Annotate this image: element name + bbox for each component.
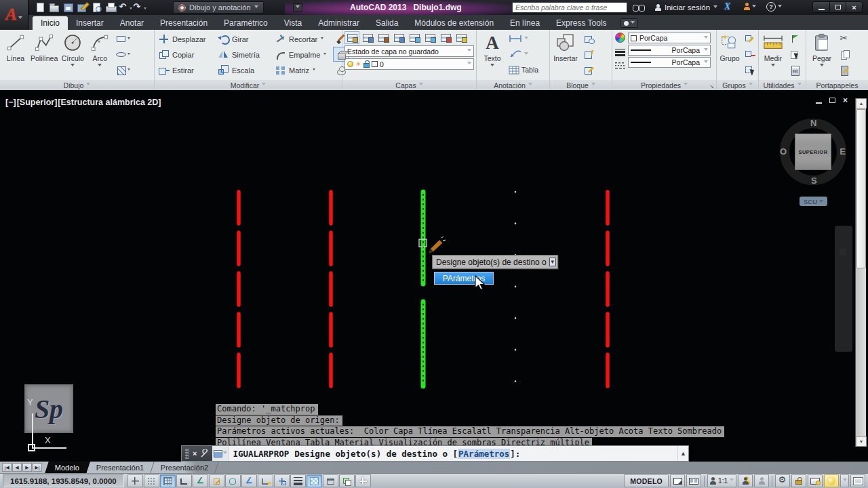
tool-simetría[interactable]: Simetría (216, 49, 273, 60)
linetype-dropdown[interactable]: PorCapa (628, 57, 711, 68)
communication-center-button[interactable] (743, 3, 756, 11)
tool-recortar[interactable]: Recortar (273, 34, 332, 44)
layer-walk-button[interactable] (391, 31, 406, 44)
tool-tabla[interactable]: Tabla (509, 62, 538, 77)
tool-medir[interactable]: Medir (761, 31, 785, 69)
tool-círculo[interactable]: Círculo (59, 31, 86, 69)
tab-salida[interactable]: Salida (368, 16, 406, 30)
tool-empalme[interactable]: Empalme (273, 49, 332, 60)
plot-preview-button[interactable] (90, 1, 104, 14)
tool-insertar[interactable]: Insertar (552, 31, 579, 63)
coordinates-display[interactable]: 1615.9188, 1935.8549, 0.0000 (3, 474, 124, 487)
annotation-monitor-toggle[interactable] (355, 474, 371, 487)
quick-access-menu-button[interactable] (293, 3, 302, 12)
grid-display-toggle[interactable] (160, 474, 176, 487)
tool-grupo[interactable]: Grupo (719, 31, 741, 63)
tool-dimension[interactable] (509, 31, 538, 46)
previous-tab-icon[interactable]: ◀ (12, 463, 22, 472)
modelo-space-button[interactable]: MODELO (624, 474, 669, 487)
tool-create-block[interactable] (580, 31, 597, 46)
tool-ungroup[interactable] (742, 47, 758, 62)
dialog-launcher-icon[interactable]: ↘ (709, 83, 714, 89)
quick-properties-toggle[interactable] (323, 474, 338, 487)
layer-dropdown[interactable]: ☀ 0 (344, 58, 474, 70)
redo-button[interactable] (132, 1, 146, 14)
panel-label-portapapeles[interactable]: Portapapeles (806, 80, 868, 90)
tab-express-tools[interactable]: Express Tools (548, 16, 614, 30)
annotation-autoscale-button[interactable] (754, 474, 769, 487)
panel-label-modificar[interactable]: Modificar (155, 80, 342, 90)
tool-group-selection[interactable] (742, 62, 758, 77)
layer-states-button[interactable] (360, 31, 375, 44)
tool-cut[interactable] (837, 31, 853, 46)
drawing-status-bar-button[interactable] (824, 474, 839, 487)
tool-escala[interactable]: Escala (216, 65, 273, 75)
tab-administrar[interactable]: Administrar (310, 16, 368, 30)
lineweight-icon[interactable] (615, 49, 625, 56)
new-file-button[interactable] (33, 1, 47, 14)
tool-polilínea[interactable]: Polilínea (29, 31, 59, 69)
layout-tab-presentación2[interactable]: Presentación2 (151, 462, 220, 473)
tool-copiar[interactable]: Copiar (157, 49, 216, 60)
tab-anotar[interactable]: Anotar (112, 16, 152, 30)
panel-label-capas[interactable]: Capas (342, 80, 476, 90)
workspace-switcher[interactable]: Dibujo y anotación (173, 1, 264, 14)
first-tab-icon[interactable]: |◀ (2, 463, 12, 472)
tool-estirar[interactable]: Estirar (157, 65, 216, 75)
polar-tracking-toggle[interactable] (193, 474, 208, 487)
quick-view-layouts-button[interactable] (670, 474, 685, 487)
panel-label-propiedades[interactable]: Propiedades↘ (612, 80, 716, 90)
panel-label-grupos[interactable]: Grupos (717, 80, 758, 90)
selection-cycling-toggle[interactable] (339, 474, 355, 487)
workspace-switching-button[interactable] (775, 474, 790, 487)
tool-leader[interactable] (509, 47, 538, 62)
panel-label-utilidades[interactable]: Utilidades (759, 80, 806, 90)
search-icon[interactable] (631, 3, 646, 12)
tool-block-editor[interactable] (580, 62, 597, 77)
close-button[interactable]: × (846, 2, 862, 12)
tab-insertar[interactable]: Insertar (68, 16, 112, 30)
tab-presentación[interactable]: Presentación (152, 16, 216, 30)
tool-hatch[interactable] (115, 62, 131, 77)
tool-quick-calc[interactable] (787, 62, 803, 77)
tool-block-attributes[interactable] (580, 47, 597, 62)
tool-quick-select[interactable] (787, 47, 803, 62)
ortho-mode-toggle[interactable] (176, 474, 192, 487)
last-tab-icon[interactable]: ▶| (33, 463, 42, 472)
save-as-button[interactable] (75, 1, 90, 14)
linetype-icon[interactable] (615, 62, 625, 69)
annotation-visibility-button[interactable] (738, 474, 753, 487)
layout-tab-modelo[interactable]: Modelo (45, 462, 90, 473)
clean-screen-button[interactable] (850, 474, 865, 487)
open-folder-button[interactable] (47, 1, 61, 14)
layer-freeze-button[interactable] (407, 31, 422, 44)
restore-button[interactable] (829, 2, 846, 12)
undo-button[interactable] (118, 1, 132, 14)
tool-paste-special[interactable] (837, 62, 853, 77)
minimize-button[interactable] (813, 2, 829, 12)
ribbon-options-button[interactable] (620, 18, 638, 28)
layer-off-button[interactable] (422, 31, 437, 44)
tab-paramétrico[interactable]: Paramétrico (216, 16, 276, 30)
dynamic-ucs-toggle[interactable] (258, 474, 273, 487)
layer-isolate-button[interactable] (376, 31, 391, 44)
tool-línea[interactable]: Línea (2, 31, 29, 69)
annotation-scale-button[interactable]: 1:1 (707, 474, 736, 487)
tab-inicio[interactable]: Inicio (33, 16, 68, 30)
panel-label-bloque[interactable]: Bloque (550, 80, 612, 90)
drawing-area[interactable]: [−][Superior][Estructura alámbrica 2D] ×… (0, 90, 868, 462)
toolbar-lock-button[interactable] (791, 474, 806, 487)
exchange-apps-icon[interactable]: X (724, 1, 730, 12)
layout-tab-presentación1[interactable]: Presentación1 (86, 462, 155, 473)
save-button[interactable] (61, 1, 75, 14)
tool-matriz[interactable]: Matriz (273, 65, 332, 75)
color-wheel-icon[interactable] (615, 33, 625, 43)
layer-match-button[interactable] (454, 31, 469, 44)
dynamic-input-toggle[interactable] (274, 474, 290, 487)
tab-módulos-de-extensión[interactable]: Módulos de extensión (406, 16, 502, 30)
lineweight-dropdown[interactable]: PorCapa (628, 45, 711, 56)
object-color-dropdown[interactable]: PorCapa (628, 33, 711, 43)
tab-vista[interactable]: Vista (276, 16, 310, 30)
transparency-toggle[interactable] (307, 474, 322, 487)
status-tray-button[interactable] (808, 474, 823, 487)
